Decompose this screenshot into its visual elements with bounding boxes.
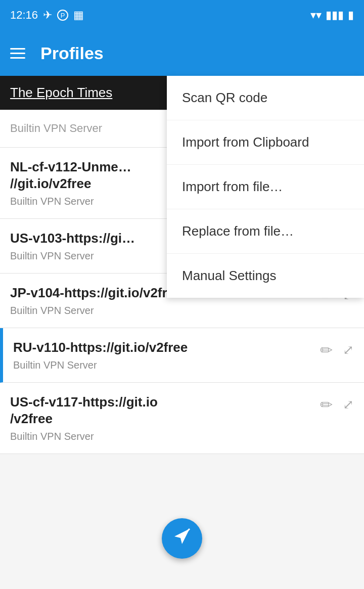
wifi-icon: ▾▾ (310, 9, 322, 22)
profile-subtitle: Builtin VPN Server (10, 431, 315, 442)
signal-icon: ▮▮▮ (326, 9, 344, 22)
fab-button[interactable] (162, 518, 202, 559)
profile-item-content: RU-v110-https://git.io/v2free Builtin VP… (13, 339, 315, 371)
profile-title: RU-v110-https://git.io/v2free (13, 339, 315, 356)
app-bar: Profiles (0, 30, 364, 76)
location-arrow-icon: ✈ (43, 9, 52, 22)
dropdown-menu: Scan QR code Import from Clipboard Impor… (167, 76, 364, 298)
profile-title: NL-cf-v112-Unme…//git.io/v2free (10, 159, 157, 193)
hamburger-menu-button[interactable] (10, 48, 25, 59)
page-title: Profiles (40, 43, 104, 63)
status-bar: 12:16 ✈ P ▦ ▾▾ ▮▮▮ ▮ (0, 0, 364, 30)
status-bar-right: ▾▾ ▮▮▮ ▮ (310, 9, 354, 22)
import-file-menuitem[interactable]: Import from file… (167, 165, 364, 209)
share-icon[interactable]: ⤢ (343, 397, 354, 413)
profile-title: Builtin VPN Server (10, 121, 157, 136)
profile-item-content: US-cf-v117-https://git.io/v2free Builtin… (10, 394, 315, 443)
profile-title: US-cf-v117-https://git.io/v2free (10, 394, 315, 428)
battery-icon: ▮ (348, 9, 354, 22)
profile-subtitle: Builtin VPN Server (10, 305, 315, 316)
profile-subtitle: Builtin VPN Server (13, 359, 315, 371)
manual-settings-menuitem[interactable]: Manual Settings (167, 254, 364, 298)
edit-icon[interactable]: ✏ (320, 341, 333, 359)
epoch-banner-text: The Epoch Times (10, 85, 112, 100)
profile-title: US-v103-https://gi… (10, 230, 157, 247)
scan-qr-menuitem[interactable]: Scan QR code (167, 76, 364, 120)
sim-icon: ▦ (73, 9, 84, 22)
replace-file-menuitem[interactable]: Replace from file… (167, 209, 364, 254)
time-display: 12:16 (10, 9, 38, 22)
profile-actions: ✏ ⤢ (315, 396, 354, 414)
p-circle-icon: P (57, 10, 68, 21)
edit-icon[interactable]: ✏ (320, 396, 333, 414)
list-item[interactable]: RU-v110-https://git.io/v2free Builtin VP… (0, 328, 364, 383)
status-bar-left: 12:16 ✈ P ▦ (10, 9, 84, 22)
import-clipboard-menuitem[interactable]: Import from Clipboard (167, 120, 364, 165)
list-item[interactable]: US-cf-v117-https://git.io/v2free Builtin… (0, 383, 364, 455)
profile-actions: ✏ ⤢ (315, 341, 354, 359)
send-icon (173, 527, 191, 550)
share-icon[interactable]: ⤢ (343, 342, 354, 358)
